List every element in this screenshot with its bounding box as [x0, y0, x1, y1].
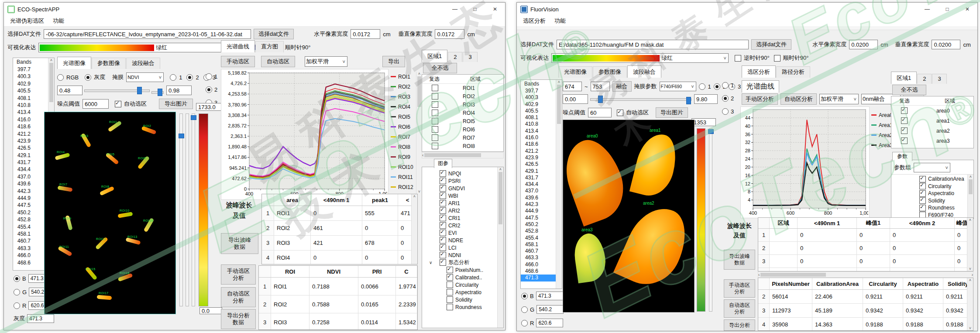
region-tab-1[interactable]: 区域1 — [891, 72, 917, 84]
leaf-shape[interactable] — [629, 130, 682, 200]
title-bar[interactable]: ECO-SpectrAPP — □ ✕ — [4, 3, 505, 16]
parameter-checkbox[interactable] — [440, 244, 446, 251]
parameter-checkbox[interactable] — [919, 197, 926, 204]
parameter-checkbox[interactable] — [447, 289, 453, 295]
region-row[interactable]: ROI2 — [422, 92, 503, 100]
table-row[interactable]: 2 ROI2 461 0 0 — [262, 221, 417, 236]
view2-radio[interactable] — [722, 95, 729, 102]
params-scrollbar[interactable]: ˄ — [497, 167, 503, 328]
region-row[interactable]: area0 — [891, 106, 973, 116]
fusion-from-input[interactable]: 674 — [563, 82, 582, 91]
region-checkbox[interactable] — [432, 93, 438, 100]
table-row[interactable]: 1 ROI1 0.7188 0.0066 1.9774 — [259, 278, 417, 295]
parameter-item[interactable]: Aspectratio — [422, 288, 503, 296]
export-analysis-button[interactable]: 导出分析 — [724, 319, 755, 331]
table-row[interactable]: 3 ROI3 0.7258 0.0114 1.5342 — [259, 313, 417, 330]
choose-dat-button[interactable]: 选择dat文件 — [254, 29, 294, 39]
scroll-thumb[interactable] — [417, 76, 421, 107]
parameter-checkbox[interactable] — [447, 282, 453, 288]
peak-table-hscrollbar[interactable]: ‹ › — [758, 271, 973, 278]
auto-region-checkbox[interactable] — [617, 110, 623, 116]
scroll-thumb[interactable] — [49, 63, 53, 102]
table-row[interactable]: 3 0 0 0 0 — [758, 255, 973, 268]
parameter-checkbox[interactable] — [440, 170, 446, 177]
parameter-checkbox[interactable] — [440, 222, 446, 229]
region-checkbox[interactable] — [901, 117, 908, 124]
parameter-checkbox[interactable] — [440, 259, 446, 266]
scale-track-1[interactable] — [179, 113, 183, 306]
scale-thumb[interactable] — [708, 129, 714, 134]
region-tab-3[interactable]: 3 — [463, 52, 477, 62]
parameter-item[interactable]: PSRI — [422, 177, 503, 185]
sprout-shape[interactable] — [55, 153, 70, 160]
region-checkbox[interactable] — [432, 126, 438, 133]
deselect-all-button[interactable]: 全不选 — [892, 85, 926, 95]
parameter-checkbox[interactable] — [447, 274, 453, 281]
peak-table-scrollbar[interactable]: ˄ — [411, 194, 417, 264]
channel-wavelength[interactable]: 620.6 — [536, 319, 563, 327]
menu-item[interactable]: 选区分析 — [519, 16, 549, 26]
scroll-left-icon[interactable]: ‹ — [758, 272, 760, 277]
scroll-thumb[interactable] — [969, 179, 973, 194]
parameter-checkbox[interactable] — [440, 207, 446, 214]
dat-path-input[interactable]: E:/data/365-1102/huanglu/FM D mask.dat — [557, 40, 749, 49]
parameter-item[interactable]: Calibrated.. — [422, 274, 503, 281]
leaf-shape[interactable] — [613, 199, 695, 295]
legend-item[interactable]: ROI4 — [391, 102, 415, 112]
table-row[interactable]: 2 ROI2 0.7588 0.0165 2.2339 — [259, 295, 417, 313]
sprout-shape[interactable] — [97, 295, 112, 300]
manual-analysis-button[interactable]: 手动选区 分析 — [221, 264, 256, 285]
region-row[interactable]: area2 — [891, 126, 973, 136]
tab-item[interactable]: 光谱图像 — [558, 66, 592, 78]
channel-radio[interactable] — [521, 293, 528, 299]
parameter-item[interactable]: Circularity — [422, 281, 503, 288]
view1-radio[interactable] — [722, 82, 729, 89]
export-curve-button[interactable]: 导出 — [382, 56, 405, 67]
parameter-item[interactable]: NPQI — [422, 170, 503, 177]
region-tab-2[interactable]: 2 — [917, 74, 932, 84]
menu-item[interactable]: 功能 — [49, 16, 68, 26]
auto-region-checkbox[interactable] — [115, 101, 121, 107]
region-tab-1[interactable]: 区域1 — [422, 50, 447, 62]
tab-item[interactable]: 路径分析 — [776, 66, 810, 78]
parameter-item[interactable]: NDRE — [422, 237, 503, 244]
manual-analysis-button[interactable]: 手动区分析 — [742, 93, 778, 105]
scale-track-2[interactable] — [186, 113, 189, 306]
curve-tab[interactable]: 光谱曲线 — [742, 80, 779, 93]
legend-item[interactable]: ROI10 — [391, 162, 415, 172]
table-row[interactable]: 4 0 0 0 0 — [758, 268, 973, 271]
legend-item[interactable]: ROI2 — [391, 82, 415, 92]
auto-analysis-button[interactable]: 自动选区 分析 — [221, 287, 256, 307]
fluorescence-image[interactable]: area0 area1 area2 area3 — [563, 120, 695, 312]
legend-item[interactable]: ROI1 — [391, 72, 415, 82]
region-checkbox[interactable] — [432, 101, 438, 108]
option2-radio[interactable] — [714, 83, 720, 90]
legend-item[interactable]: ROI6 — [391, 122, 415, 132]
params-tab[interactable]: 图参 — [434, 159, 452, 168]
channel-row[interactable]: G 540.2 — [521, 305, 564, 314]
high-slider-thumb[interactable] — [158, 89, 162, 96]
leaf-shape[interactable] — [563, 133, 633, 227]
choose-dat-button[interactable]: 选择dat文件 — [751, 39, 791, 50]
scale-thumb-top[interactable] — [191, 115, 196, 120]
region-row[interactable]: ROI6 — [422, 125, 503, 134]
bands-list[interactable]: Bands 397.7400.3402.9405.5408.1410.8413.… — [520, 79, 562, 289]
tab-histogram[interactable]: 直方图 — [255, 41, 284, 52]
scroll-up-icon[interactable]: ˄ — [50, 58, 52, 62]
table-row[interactable]: 2 0 0 0 0 — [758, 242, 973, 255]
h-pixel-width-input[interactable]: 0.0172 — [351, 29, 380, 39]
legend-item[interactable]: ROI7 — [391, 132, 415, 142]
manual-analysis-button[interactable]: 手动选区 分析 — [724, 279, 755, 298]
region-checkbox[interactable] — [901, 137, 908, 144]
tab-item[interactable]: 选区分析 — [742, 65, 776, 78]
region-row[interactable]: area1 — [891, 116, 973, 126]
scroll-up-icon[interactable]: ˄ — [558, 80, 560, 84]
scroll-down-icon[interactable]: ˅ — [969, 326, 971, 330]
legend-item[interactable]: ROI12 — [391, 182, 415, 192]
table-row[interactable]: 3 ROI3 421 678 0 — [262, 236, 417, 251]
scroll-up-icon[interactable]: ˄ — [970, 175, 972, 179]
tab-item[interactable]: 参数图像 — [92, 58, 126, 69]
scroll-left-icon[interactable]: ‹ — [422, 153, 423, 158]
export-image-button[interactable]: 导出图片 — [656, 107, 688, 118]
channel-wavelength[interactable]: 540.2 — [536, 305, 564, 314]
